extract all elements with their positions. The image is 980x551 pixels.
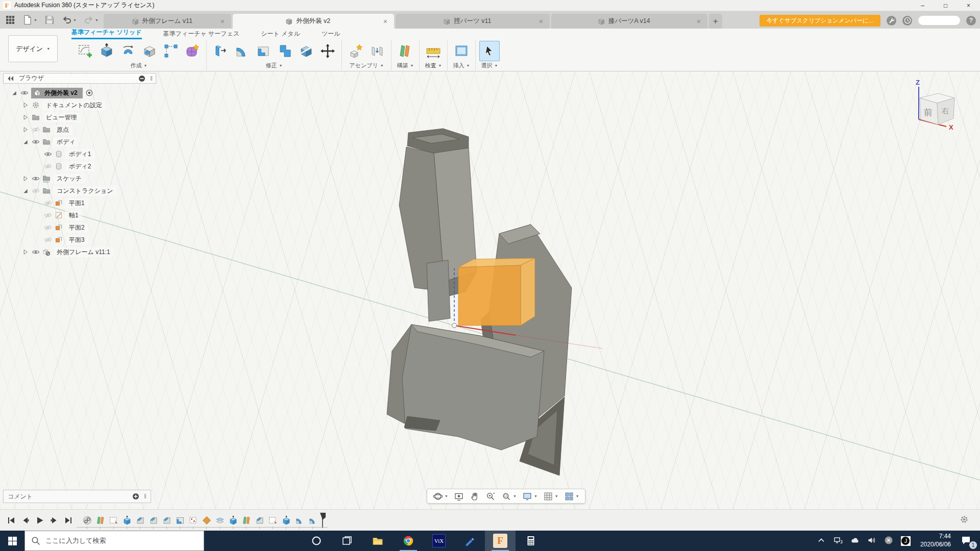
document-tab[interactable]: 脛パーツ v11× [396,14,550,29]
grid-display-button[interactable]: ▼ [543,491,558,502]
tray-onedrive-button[interactable] [850,536,860,546]
ribbon-tab[interactable]: ツール [322,30,340,39]
taskbar-app-file-explorer[interactable] [362,531,393,551]
taskbar-app-fusion-360[interactable]: F [485,531,516,551]
taskbar-app-chrome[interactable] [393,531,424,551]
extrude-button[interactable] [96,41,117,61]
step-forward-button[interactable] [48,514,60,526]
select-button[interactable] [479,41,500,61]
browser-tree-row[interactable]: ドキュメントの設定 [3,99,156,111]
view-cube[interactable]: Z X 前 右 [897,72,974,135]
timeline-feature-construction-plane-2[interactable] [241,515,252,525]
visibility-eye-off-icon[interactable] [44,236,52,244]
tab-close-icon[interactable]: × [382,17,389,26]
viewports-button[interactable]: ▼ [564,491,579,502]
ribbon-tab[interactable]: 基準フィーチャ サーフェス [163,30,240,39]
redo-button[interactable]: ▼ [84,15,99,25]
tray-chevron-up-button[interactable] [817,536,826,546]
close-button[interactable]: × [957,0,980,11]
timeline-feature-sketch-2[interactable] [268,515,278,525]
origin-point[interactable] [452,323,457,328]
new-component-button[interactable] [346,41,366,61]
ribbon-group-dropdown[interactable]: 構築▼ [397,62,414,69]
timeline-feature-shell-1[interactable] [175,515,185,525]
create-form-button[interactable] [182,41,203,61]
tray-network-button[interactable] [834,536,843,546]
timeline-feature-construction-plane-1[interactable] [95,515,106,525]
play-button[interactable] [34,514,45,526]
panel-resize-grip[interactable]: ‖ [150,75,153,82]
browser-tree-row[interactable]: スケッチ [3,172,156,185]
hole-button[interactable] [139,41,160,61]
go-to-end-button[interactable] [62,514,74,526]
document-tab[interactable]: 膝パーツA v14× [551,14,707,29]
visibility-eye-icon[interactable] [44,150,52,158]
tab-close-icon[interactable]: × [695,17,702,26]
tray-volume-button[interactable] [867,536,876,546]
ime-indicator[interactable]: J [901,536,911,546]
ribbon-tab[interactable]: シート メタル [261,30,300,39]
browser-tree-row[interactable]: ビュー管理 [3,111,156,123]
taskbar-app-task-view[interactable] [332,531,362,551]
save-button[interactable] [44,15,55,25]
ribbon-group-dropdown[interactable]: アセンブリ▼ [349,62,383,69]
taskbar-search-input[interactable]: ここに入力して検索 [24,531,204,551]
browser-tree-row[interactable]: 軸1 [3,209,156,221]
visibility-eye-icon[interactable] [32,248,40,256]
timeline-feature-chamfer-4[interactable] [255,515,265,525]
taskbar-app-vix[interactable]: ViX [424,531,454,551]
move-copy-button[interactable] [317,41,338,61]
panel-resize-grip[interactable]: ‖ [144,493,146,500]
construction-plane-button[interactable] [395,41,415,61]
ribbon-group-dropdown[interactable]: 検査▼ [425,62,442,69]
zoom-button[interactable] [485,491,496,502]
timeline-feature-split-body-1[interactable] [215,515,225,525]
document-tab[interactable]: 外側フレーム v11× [104,14,231,29]
timeline-feature-fillet-2[interactable] [308,515,318,525]
taskbar-clock[interactable]: 7:44 2020/06/06 [918,533,953,548]
visibility-eye-icon[interactable] [32,138,40,146]
fit-button[interactable]: ▼ [501,491,517,502]
visibility-eye-off-icon[interactable] [44,162,52,170]
taskbar-app-pen-tool[interactable] [454,531,485,551]
browser-tree-row[interactable]: 外側外装 v2 [3,87,156,99]
maximize-button[interactable]: □ [934,0,957,11]
taskbar-app-calculator[interactable] [516,531,546,551]
minimize-button[interactable]: – [911,0,934,11]
browser-tree-row[interactable]: ボディ1 [3,148,156,160]
measure-button[interactable] [423,41,444,61]
undo-button[interactable]: ▼ [62,15,77,25]
job-status-icon[interactable] [887,16,896,26]
step-back-button[interactable] [19,514,31,526]
browser-tree-row[interactable]: 外側フレーム v11:1 [3,246,156,258]
subscription-button[interactable]: 今すぐサブスクリプションメンバーに... [760,15,880,27]
user-account-name-redacted[interactable] [918,16,960,25]
tab-close-icon[interactable]: × [219,17,226,26]
visibility-eye-icon[interactable] [20,89,29,97]
visibility-eye-icon[interactable] [32,174,40,183]
timeline-feature-sketch-1[interactable] [109,515,119,525]
browser-tree-row[interactable]: 平面1 [3,197,156,209]
timeline-feature-chamfer-1[interactable] [135,515,145,525]
model-viewport[interactable]: Z X 前 右 ブラウザ ‖ 外側外装 v2ドキュメントの設定ビュー管理原点ボデ… [0,71,980,509]
action-center-button[interactable]: 1 [961,535,974,546]
comment-box[interactable]: コメント ‖ [3,490,151,503]
collapse-panel-icon[interactable] [7,74,15,83]
tray-muted-app-button[interactable] [884,536,893,546]
timeline-playhead[interactable] [319,513,326,528]
visibility-eye-off-icon[interactable] [44,223,52,232]
joint-button[interactable] [367,41,387,61]
start-button[interactable] [0,531,24,551]
collapse-node-icon[interactable] [21,187,29,195]
browser-tree-row[interactable]: コンストラクション [3,185,156,197]
timeline-feature-extrude-3[interactable] [281,515,291,525]
timeline-feature-ground-link[interactable] [82,515,92,525]
expand-node-icon[interactable] [21,101,29,109]
press-pull-button[interactable] [210,41,231,61]
split-body-button[interactable] [296,41,316,61]
shell-button[interactable] [253,41,274,61]
timeline-feature-chamfer-3[interactable] [162,515,172,525]
timeline-feature-chamfer-2[interactable] [149,515,159,525]
timeline-feature-fillet-1[interactable] [295,515,305,525]
browser-tree-row[interactable]: 原点 [3,123,156,136]
